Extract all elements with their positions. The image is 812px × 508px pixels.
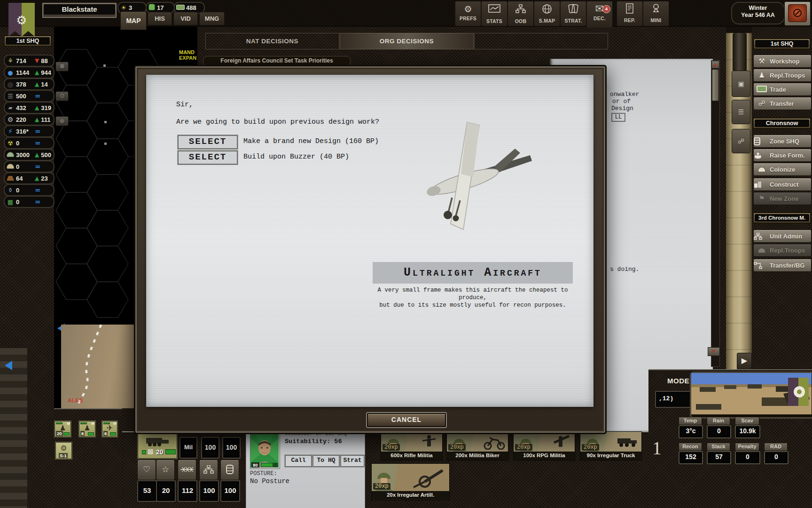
readout-100-a: 100 bbox=[201, 437, 219, 459]
select-option-2-button[interactable]: SELECT bbox=[178, 151, 238, 165]
resource-pill-fuel[interactable]: ▦ 0 = bbox=[4, 196, 55, 208]
decisions-button[interactable]: ✉ DEC. 4 bbox=[586, 1, 613, 28]
readiness-dot bbox=[142, 450, 146, 454]
tab-mng[interactable]: MNG bbox=[199, 12, 225, 25]
side-tab-links[interactable]: ☍ bbox=[732, 129, 750, 153]
oil-icon: ● bbox=[5, 81, 16, 88]
sidebar-button-transfer-bg[interactable]: Transfer/BG bbox=[753, 259, 812, 272]
play-icon: ▶ bbox=[742, 356, 747, 365]
select-option-1-button[interactable]: SELECT bbox=[178, 135, 238, 149]
globe-icon bbox=[534, 4, 560, 18]
end-turn-button[interactable]: ⊘ bbox=[784, 1, 811, 26]
commander-portrait[interactable]: 80 bbox=[250, 433, 280, 469]
selected-unit-counter[interactable]: ⊠ 20 bbox=[138, 433, 177, 459]
readout-mil: Mil bbox=[180, 437, 197, 459]
resource-pill-recruits[interactable]: 3000 ▲ 500 bbox=[4, 149, 55, 161]
barrel-icon bbox=[754, 137, 770, 145]
sidebar-button-trade[interactable]: Trade bbox=[753, 83, 812, 96]
cancel-button[interactable]: CANCEL bbox=[367, 413, 446, 427]
report-document-icon bbox=[617, 3, 642, 17]
minimap-button[interactable]: MINI bbox=[643, 1, 669, 26]
soldier-helmet-icon bbox=[754, 246, 770, 254]
sidebar-button-repl-troops-unit[interactable]: Repl.Troops bbox=[753, 244, 812, 257]
prefs-button[interactable]: ⚙ PREFS bbox=[455, 1, 481, 26]
sidebar-button-colonize[interactable]: Colonize bbox=[753, 163, 812, 176]
unit-counter-hq[interactable]: ⚙ S-1 bbox=[55, 442, 72, 459]
tab-his[interactable]: HIS bbox=[148, 12, 172, 25]
item-description: A very small frame makes this aircraft t… bbox=[373, 286, 573, 309]
option-2-description: Build upon Buzzer (40 BP) bbox=[243, 153, 349, 161]
turn-indicator: Winter Year 546 AA bbox=[731, 2, 785, 24]
readiness-bar bbox=[261, 463, 278, 467]
side-tab-layers[interactable]: ☰ bbox=[732, 100, 750, 124]
document-text-fragment: Design bbox=[611, 105, 633, 112]
strat-button[interactable]: STRAT. bbox=[560, 1, 586, 26]
resource-pill-radioactives[interactable]: ☢ 0 = bbox=[4, 137, 55, 149]
sidebar-button-workshop[interactable]: ⚒ Workshop bbox=[753, 55, 812, 68]
stats-button[interactable]: STATS bbox=[481, 1, 508, 26]
sidebar-button-construct[interactable]: Construct bbox=[753, 178, 812, 191]
tab-empty[interactable] bbox=[474, 33, 608, 49]
sidebar-button-new-zone[interactable]: ⚑ New Zone bbox=[753, 192, 812, 205]
resource-pill-water[interactable]: ● 1144 ▲ 944 bbox=[4, 66, 55, 79]
to-hq-button[interactable]: To HQ bbox=[312, 455, 340, 467]
smap-button[interactable]: S.MAP bbox=[534, 1, 560, 26]
gun-barrel-decoration bbox=[733, 33, 747, 71]
design-decision-dialog: Sir, Are we going to build upon previous… bbox=[134, 65, 607, 434]
unit-counter-infantry-20[interactable]: M ♟ 20 bbox=[55, 421, 71, 437]
item-title: Ultralight Aircraft bbox=[404, 266, 542, 279]
resource-pill-colonists[interactable]: 0 = bbox=[4, 160, 55, 173]
sidebar-button-unit-admin[interactable]: Unit Admin bbox=[753, 230, 812, 243]
resource-pill-artifacts[interactable]: ⚱ 0 = bbox=[4, 184, 55, 196]
unit-card-label: 200x Militia Biker bbox=[447, 452, 508, 460]
map-tool-button-1[interactable]: ⊞ bbox=[55, 62, 69, 71]
resource-pill-oil[interactable]: ● 378 ▲ 14 bbox=[4, 78, 55, 90]
sidebar-button-raise-formation[interactable]: Raise Form. bbox=[753, 149, 812, 162]
resource-pill-metal[interactable]: ☰ 500 = bbox=[4, 90, 55, 102]
unit-card-rpg-militia[interactable]: 20xp 100x RPG Militia bbox=[513, 431, 575, 460]
map-tool-button-3[interactable]: ◎ bbox=[55, 116, 69, 126]
unit-strength: 20 bbox=[156, 448, 164, 456]
sidebar-button-repl-troops[interactable]: ♟ Repl.Troops bbox=[753, 69, 812, 82]
unit-card-irregular-truck[interactable]: 20xp 90x Irregular Truck bbox=[580, 431, 642, 460]
radioactives-icon: ☢ bbox=[5, 140, 16, 147]
command-org-icon bbox=[199, 460, 218, 480]
stack-value: 57 bbox=[707, 451, 731, 464]
document-scrollbar[interactable]: ▲ bbox=[711, 60, 720, 367]
unit-counter-infantry-6[interactable]: M ♟ 6 bbox=[79, 421, 95, 437]
org-chart-icon bbox=[508, 4, 533, 18]
tab-vid[interactable]: VID bbox=[173, 12, 198, 25]
resource-pill-energy[interactable]: ⚡ 316* = bbox=[4, 125, 55, 137]
resource-pill-machinery[interactable]: ⚙ 220 ▲ 111 bbox=[4, 113, 55, 126]
resource-pill-clay[interactable]: 64 ▲ 23 bbox=[4, 172, 55, 184]
unit-counter-aircraft-6[interactable]: M ✈ 6 bbox=[102, 421, 117, 437]
scroll-down-arrow[interactable]: ▼ bbox=[708, 347, 720, 356]
play-forward-button[interactable]: ▶ bbox=[737, 353, 752, 370]
tab-nat-decisions[interactable]: NAT DECISIONS bbox=[205, 33, 339, 49]
item-title-band: Ultralight Aircraft bbox=[373, 262, 573, 284]
document-partial-button[interactable]: LL bbox=[611, 113, 625, 122]
tab-org-decisions[interactable]: ORG DECISIONS bbox=[340, 33, 474, 49]
sidebar-button-transfer[interactable]: ☍ Transfer bbox=[753, 97, 812, 110]
hex-icon: ⬡ bbox=[60, 93, 64, 98]
resource-pill-rare-metals[interactable]: ▰ 432 ▲ 319 bbox=[4, 102, 55, 114]
tab-map[interactable]: MAP bbox=[120, 11, 147, 30]
map-tool-button-2[interactable]: ⬡ bbox=[55, 91, 69, 101]
xp-badge: 20xp bbox=[383, 444, 400, 451]
colonist-helmet-icon bbox=[754, 166, 770, 174]
stack-page-number[interactable]: 1 bbox=[652, 437, 662, 459]
strat-button-card[interactable]: Strat bbox=[340, 455, 365, 467]
unit-card-rifle-militia[interactable]: 20xp 600x Rifle Militia bbox=[381, 431, 443, 460]
oob-button[interactable]: OOB bbox=[508, 1, 534, 26]
reports-button[interactable]: REP. bbox=[617, 1, 643, 26]
side-tab-structures[interactable]: ▣ bbox=[732, 71, 750, 97]
scroll-up-arrow[interactable]: ▲ bbox=[711, 61, 719, 69]
unit-card-irregular-artillery[interactable]: 20xp 20x Irregular Artill. bbox=[371, 463, 450, 500]
scroll-thumb[interactable] bbox=[712, 69, 719, 101]
sidebar-button-zone-shq[interactable]: Zone SHQ bbox=[753, 135, 812, 148]
tools-icon: ⚒ bbox=[754, 57, 770, 65]
resource-pill-food[interactable]: ⚘ 714 ▼ 88 bbox=[4, 55, 55, 67]
unit-card-militia-biker[interactable]: 20xp 200x Militia Biker bbox=[446, 431, 508, 460]
call-button[interactable]: Call bbox=[285, 455, 312, 467]
scroll-left-arrow[interactable] bbox=[5, 361, 12, 370]
